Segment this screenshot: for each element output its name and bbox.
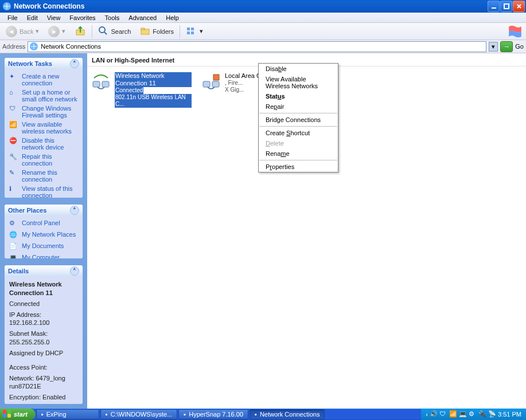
- tray-collapse-icon[interactable]: ‹: [426, 411, 428, 418]
- rename-icon: ✎: [9, 169, 18, 178]
- firewall-icon: 🛡: [9, 105, 18, 114]
- window-title: Network Connections: [14, 2, 488, 10]
- panel-other-places: Other Places ˄ ⚙Control Panel 🌐My Networ…: [5, 205, 83, 258]
- place-control-panel[interactable]: ⚙Control Panel: [9, 219, 78, 229]
- go-button[interactable]: →: [500, 41, 513, 52]
- place-my-documents[interactable]: 📄My Documents: [9, 242, 78, 252]
- tray-icon[interactable]: 📶: [449, 410, 457, 418]
- svg-rect-1: [492, 7, 496, 9]
- collapse-icon: ˄: [70, 59, 79, 68]
- svg-rect-9: [187, 32, 190, 34]
- ctx-properties[interactable]: Properties: [259, 162, 338, 172]
- ctx-repair[interactable]: Repair: [259, 101, 338, 112]
- ctx-create-shortcut[interactable]: Create Shortcut: [259, 128, 338, 138]
- menu-view[interactable]: View: [43, 13, 65, 22]
- menu-advanced[interactable]: Advanced: [124, 13, 161, 22]
- svg-rect-15: [212, 81, 219, 87]
- menu-file[interactable]: File: [3, 13, 22, 22]
- panel-header[interactable]: Other Places ˄: [5, 205, 83, 216]
- task-firewall-settings[interactable]: 🛡Change Windows Firewall settings: [9, 105, 78, 119]
- task-repair-connection[interactable]: 🔧Repair this connection: [9, 153, 78, 167]
- tray-icon[interactable]: ⚙: [469, 410, 477, 418]
- tray-icon[interactable]: 💻: [459, 410, 467, 418]
- tray-icon[interactable]: 📡: [488, 410, 496, 418]
- folder-view[interactable]: LAN or High-Speed Internet Wireless Netw…: [87, 53, 526, 409]
- task-setup-home-network[interactable]: ⌂Set up a home or small office network: [9, 89, 78, 103]
- menu-edit[interactable]: Edit: [23, 13, 42, 22]
- network-connections-icon: [29, 42, 38, 51]
- disable-icon: ⛔: [9, 137, 18, 146]
- computer-icon: 💻: [9, 254, 18, 258]
- forward-arrow-icon: ►: [48, 26, 60, 37]
- views-button[interactable]: ▾: [182, 25, 206, 38]
- back-button[interactable]: ◄ Back ▾: [2, 25, 42, 38]
- place-network-places[interactable]: 🌐My Network Places: [9, 231, 78, 240]
- folder-up-icon: [75, 25, 86, 38]
- system-tray[interactable]: ‹ 🔊 🛡 📶 💻 ⚙ 🔌 📡 3:51 PM: [421, 409, 526, 420]
- panel-header[interactable]: Network Tasks ˄: [5, 58, 83, 69]
- ctx-view-wireless[interactable]: View Available Wireless Networks: [259, 74, 338, 91]
- ctx-disable[interactable]: Disable: [259, 64, 338, 74]
- task-disable-device[interactable]: ⛔Disable this network device: [9, 137, 78, 151]
- wireless-icon: 📶: [9, 121, 18, 130]
- up-button[interactable]: [71, 24, 89, 39]
- separator: [259, 160, 337, 160]
- search-button[interactable]: Search: [95, 25, 134, 38]
- details-ip: IP Address: 192.168.2.100: [9, 311, 78, 328]
- back-label: Back: [20, 28, 33, 35]
- xp-flag-icon: [508, 24, 523, 39]
- tray-icon[interactable]: 🛡: [439, 410, 447, 418]
- network-icon: ▪: [255, 411, 257, 418]
- panel-title: Other Places: [8, 207, 46, 214]
- task-view-wireless[interactable]: 📶View available wireless networks: [9, 121, 78, 135]
- folders-icon: [140, 26, 150, 37]
- place-my-computer[interactable]: 💻My Computer: [9, 254, 78, 258]
- address-dropdown[interactable]: ▾: [489, 42, 498, 52]
- wireless-connection-icon: [91, 72, 111, 93]
- taskbar: start ▪ExPing ▪C:\WINDOWS\syste... ▪Hype…: [0, 409, 526, 420]
- svg-rect-2: [504, 4, 509, 9]
- tray-clock[interactable]: 3:51 PM: [498, 411, 521, 418]
- tray-icon[interactable]: 🔌: [478, 410, 486, 418]
- task-create-connection[interactable]: ✦Create a new connection: [9, 73, 78, 87]
- forward-button[interactable]: ► ▾: [45, 25, 69, 38]
- connection-item-wireless[interactable]: Wireless Network Connection 11 Connected…: [89, 71, 193, 109]
- app-icon: ▪: [41, 411, 44, 418]
- close-button[interactable]: [513, 1, 525, 12]
- maximize-button[interactable]: [500, 1, 512, 12]
- ctx-bridge[interactable]: Bridge Connections: [259, 115, 338, 125]
- control-panel-icon: ⚙: [9, 219, 18, 229]
- menu-help[interactable]: Help: [162, 13, 183, 22]
- connection-state: Connected: [115, 87, 143, 94]
- taskbar-item-hypersnap[interactable]: ▪HyperSnap 7.16.00: [178, 409, 248, 419]
- wizard-icon: ✦: [9, 73, 18, 82]
- task-view-status[interactable]: ℹView status of this connection: [9, 185, 78, 198]
- details-state: Connected: [9, 300, 78, 308]
- ctx-rename[interactable]: Rename: [259, 148, 338, 159]
- task-rename-connection[interactable]: ✎Rename this connection: [9, 169, 78, 183]
- documents-icon: 📄: [9, 242, 18, 252]
- minimize-button[interactable]: [488, 1, 500, 12]
- address-field[interactable]: Network Connections: [28, 41, 486, 52]
- folders-button[interactable]: Folders: [137, 25, 177, 38]
- lan-connection-icon: [201, 72, 221, 93]
- connection-name: Wireless Network Connection 11: [115, 72, 192, 87]
- panel-network-tasks: Network Tasks ˄ ✦Create a new connection…: [5, 58, 83, 198]
- details-dhcp: Assigned by DHCP: [9, 349, 78, 358]
- svg-rect-13: [102, 81, 109, 87]
- menu-favorites[interactable]: Favorites: [65, 13, 99, 22]
- views-icon: [186, 26, 197, 37]
- taskbar-item-exping[interactable]: ▪ExPing: [36, 409, 99, 419]
- address-value: Network Connections: [41, 43, 101, 50]
- panel-header[interactable]: Details ˄: [5, 265, 83, 277]
- taskbar-item-cmd[interactable]: ▪C:\WINDOWS\syste...: [100, 409, 177, 419]
- svg-rect-6: [141, 28, 145, 30]
- start-button[interactable]: start: [0, 409, 36, 420]
- ctx-status[interactable]: Status: [259, 91, 338, 101]
- address-bar: Address Network Connections ▾ → Go: [0, 40, 526, 53]
- toolbar: ◄ Back ▾ ► ▾ Search Folders ▾: [0, 23, 526, 40]
- tray-icon[interactable]: 🔊: [430, 410, 438, 418]
- taskbar-item-network-connections[interactable]: ▪Network Connections: [250, 409, 325, 419]
- details-ap-label: Access Point:: [9, 363, 78, 372]
- menu-tools[interactable]: Tools: [101, 13, 124, 22]
